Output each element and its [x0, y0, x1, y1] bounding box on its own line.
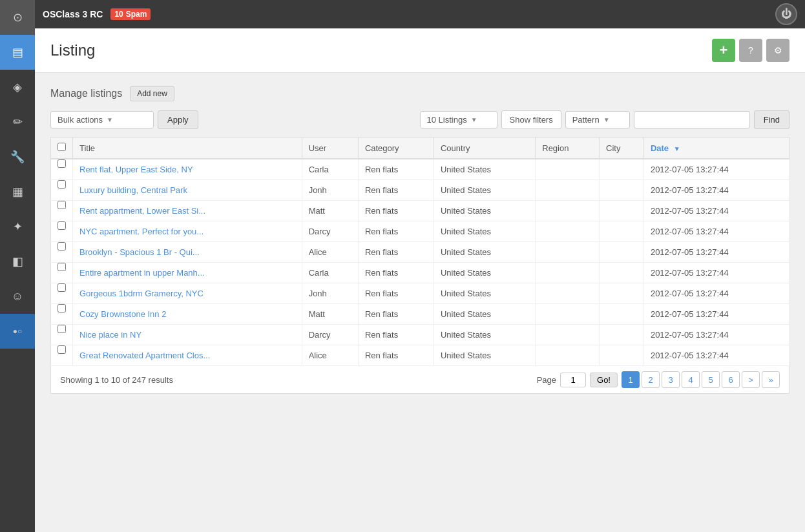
row-checkbox[interactable]: [58, 283, 66, 292]
page-settings-button[interactable]: ⚙: [766, 39, 789, 62]
country-cell: United States: [434, 345, 535, 366]
row-checkbox[interactable]: [58, 242, 66, 251]
row-checkbox-cell: [51, 304, 73, 325]
sidebar-item-account[interactable]: ☺: [0, 279, 35, 314]
help-icon: ?: [748, 45, 753, 56]
pattern-dropdown[interactable]: Pattern ▼: [565, 111, 630, 128]
date-cell: 2012-07-05 13:27:44: [643, 201, 789, 221]
region-cell: [536, 325, 600, 345]
listing-link[interactable]: Luxury building, Central Park: [79, 185, 187, 195]
category-cell: Ren flats: [358, 180, 434, 201]
user-cell: Carla: [302, 159, 358, 180]
content-area: Listing + ? ⚙ Manage listings Add new: [35, 28, 805, 532]
page-number[interactable]: 6: [722, 371, 740, 388]
page-number[interactable]: >: [742, 371, 760, 388]
go-button[interactable]: Go!: [590, 373, 618, 387]
row-checkbox[interactable]: [58, 180, 66, 189]
add-new-button[interactable]: Add new: [130, 86, 174, 101]
page-number[interactable]: 2: [642, 371, 660, 388]
sidebar-item-tags[interactable]: ◈: [0, 70, 35, 105]
sidebar-toggle[interactable]: ●○: [0, 314, 35, 349]
sidebar-item-stats[interactable]: ▦: [0, 174, 35, 209]
country-cell: United States: [434, 325, 535, 345]
find-button[interactable]: Find: [754, 110, 789, 129]
listing-link[interactable]: Gorgeous 1bdrm Gramercy, NYC: [79, 289, 204, 298]
category-cell: Ren flats: [358, 283, 434, 304]
date-cell: 2012-07-05 13:27:44: [643, 283, 789, 304]
listings-count-dropdown[interactable]: 10 Listings ▼: [420, 111, 497, 128]
city-cell: [600, 201, 644, 221]
search-input[interactable]: [634, 111, 750, 128]
table-row: Brooklyn - Spacious 1 Br - Qui... Alice …: [51, 242, 789, 263]
show-filters-button[interactable]: Show filters: [501, 110, 561, 129]
listing-link[interactable]: Entire apartment in upper Manh...: [79, 268, 205, 278]
spam-badge[interactable]: 10 Spam: [110, 8, 151, 20]
page-input[interactable]: [560, 373, 586, 387]
listing-link[interactable]: Rent appartment, Lower East Si...: [79, 206, 205, 216]
title-cell: Cozy Brownstone Inn 2: [73, 304, 302, 325]
select-all-checkbox[interactable]: [58, 143, 66, 151]
page-number[interactable]: »: [762, 371, 780, 388]
date-column-header[interactable]: Date ▼: [643, 138, 789, 159]
sidebar-item-listings[interactable]: ▤: [0, 35, 35, 70]
apply-button[interactable]: Apply: [158, 110, 198, 129]
listing-link[interactable]: Rent flat, Upper East Side, NY: [79, 165, 193, 174]
title-cell: Nice place in NY: [73, 325, 302, 345]
listing-link[interactable]: NYC apartment. Perfect for you...: [79, 227, 204, 236]
sidebar-item-pages[interactable]: ◧: [0, 244, 35, 279]
bulk-actions-dropdown[interactable]: Bulk actions ▼: [50, 111, 154, 128]
listings-count-arrow-icon: ▼: [471, 116, 477, 123]
listing-link[interactable]: Brooklyn - Spacious 1 Br - Qui...: [79, 247, 200, 257]
user-column-header: User: [302, 138, 358, 159]
sidebar-item-tools[interactable]: 🔧: [0, 139, 35, 174]
category-cell: Ren flats: [358, 263, 434, 283]
table-row: Gorgeous 1bdrm Gramercy, NYC Jonh Ren fl…: [51, 283, 789, 304]
row-checkbox[interactable]: [58, 304, 66, 312]
row-checkbox[interactable]: [58, 159, 66, 168]
add-listing-button[interactable]: +: [712, 39, 735, 62]
toolbar: Bulk actions ▼ Apply 10 Listings ▼ Show …: [50, 110, 789, 129]
row-checkbox[interactable]: [58, 263, 66, 271]
category-cell: Ren flats: [358, 242, 434, 263]
edit-icon: ✏: [13, 115, 23, 129]
page-number[interactable]: 5: [702, 371, 720, 388]
user-cell: Darcy: [302, 325, 358, 345]
page-number[interactable]: 4: [682, 371, 700, 388]
user-cell: Jonh: [302, 283, 358, 304]
row-checkbox[interactable]: [58, 345, 66, 354]
sidebar-item-dashboard[interactable]: ⊙: [0, 0, 35, 35]
country-column-header: Country: [434, 138, 535, 159]
listing-link[interactable]: Great Renovated Apartment Clos...: [79, 351, 210, 360]
city-cell: [600, 325, 644, 345]
app-title: OSClass 3 RC: [43, 9, 103, 19]
page-number[interactable]: 3: [662, 371, 680, 388]
row-checkbox-cell: [51, 180, 73, 201]
row-checkbox-cell: [51, 263, 73, 283]
page-number[interactable]: 1: [622, 371, 640, 388]
power-button[interactable]: ⏻: [775, 3, 797, 25]
pages-icon: ◧: [12, 254, 23, 269]
region-cell: [536, 159, 600, 180]
row-checkbox[interactable]: [58, 221, 66, 230]
toggle-icon: ●○: [13, 327, 23, 336]
power-icon: ⏻: [781, 8, 791, 20]
city-cell: [600, 263, 644, 283]
tags-icon: ◈: [13, 80, 22, 94]
row-checkbox[interactable]: [58, 325, 66, 333]
stats-icon: ▦: [12, 185, 23, 199]
sidebar-item-settings[interactable]: ✦: [0, 209, 35, 244]
row-checkbox[interactable]: [58, 201, 66, 209]
row-checkbox-cell: [51, 345, 73, 366]
title-column-header: Title: [73, 138, 302, 159]
sidebar-item-users-edit[interactable]: ✏: [0, 105, 35, 139]
table-header-row: Title User Category Country Region: [51, 138, 789, 159]
topbar: OSClass 3 RC 10 Spam ⏻: [35, 0, 805, 28]
listing-link[interactable]: Cozy Brownstone Inn 2: [79, 309, 166, 319]
date-cell: 2012-07-05 13:27:44: [643, 345, 789, 366]
page-numbers: 123456>»: [622, 371, 780, 388]
date-cell: 2012-07-05 13:27:44: [643, 221, 789, 242]
pagination-bar: Showing 1 to 10 of 247 results Page Go! …: [50, 366, 789, 394]
help-button[interactable]: ?: [739, 39, 762, 62]
country-cell: United States: [434, 201, 535, 221]
listing-link[interactable]: Nice place in NY: [79, 330, 141, 340]
